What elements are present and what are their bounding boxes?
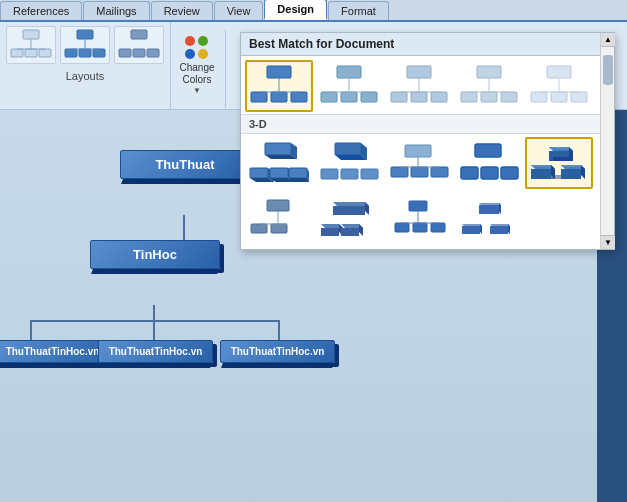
svg-rect-2 [25,49,37,57]
tab-references[interactable]: References [0,1,82,20]
leaf3-label: ThuThuatTinHoc.vn [224,346,331,357]
svg-rect-111 [479,205,499,214]
svg-rect-36 [481,92,497,102]
level2-node[interactable]: TinHoc [90,240,220,274]
svg-marker-113 [462,224,482,226]
leaf1-label: ThuThuatTinHoc.vn [0,346,106,357]
svg-rect-3 [39,49,51,57]
svg-rect-19 [291,92,307,102]
svg-rect-24 [341,92,357,102]
svg-rect-0 [23,30,39,39]
layout-thumb-3[interactable] [114,26,164,64]
svg-marker-87 [531,165,551,167]
svg-rect-31 [431,92,447,102]
svg-rect-49 [250,168,268,178]
dropdown-arrow-icon: ▼ [193,86,201,95]
root-label: ThuThuat [125,157,245,172]
svg-rect-63 [361,169,378,179]
svg-rect-99 [321,228,339,236]
scroll-down-button[interactable]: ▼ [601,235,615,249]
svg-rect-64 [405,145,431,157]
svg-rect-67 [431,167,448,177]
style-item-2[interactable] [315,60,383,112]
leaf2-node[interactable]: ThuThuatTinHoc.vn [98,340,213,368]
level2-label: TinHoc [95,247,215,262]
connector-horizontal [30,320,280,322]
svg-rect-29 [391,92,407,102]
ribbon-tabs: References Mailings Review View Design F… [0,0,627,22]
svg-rect-7 [65,49,77,57]
svg-rect-102 [341,228,359,236]
svg-rect-23 [321,92,337,102]
3d-style-3[interactable] [385,137,453,189]
svg-marker-116 [490,224,510,226]
svg-rect-6 [77,30,93,39]
3d-flat-1[interactable] [245,193,313,245]
svg-marker-115 [480,224,482,234]
svg-rect-9 [93,49,105,57]
svg-rect-62 [341,169,358,179]
svg-rect-35 [461,92,477,102]
best-match-grid [241,56,614,114]
svg-rect-15 [147,49,159,57]
3d-flat-3[interactable] [385,193,453,245]
leaf2-label: ThuThuatTinHoc.vn [102,346,209,357]
tab-review[interactable]: Review [151,1,213,20]
leaf1-node[interactable]: ThuThuatTinHoc.vn [0,340,110,368]
svg-rect-55 [289,168,307,178]
svg-rect-43 [571,92,587,102]
style-item-5[interactable] [525,60,593,112]
svg-rect-66 [411,167,428,177]
change-colors-button[interactable]: ChangeColors ▼ [171,30,226,109]
3d-grid-row1 [241,134,614,191]
svg-rect-96 [333,206,365,215]
svg-rect-73 [501,167,518,179]
tab-view[interactable]: View [214,1,264,20]
svg-rect-28 [407,66,431,78]
svg-rect-8 [79,49,91,57]
leaf3-node[interactable]: ThuThuatTinHoc.vn [220,340,335,368]
svg-rect-12 [131,30,147,39]
svg-marker-88 [561,165,581,167]
3d-flat-2[interactable] [315,193,383,245]
root-node[interactable]: ThuThuat [120,150,250,184]
3d-flat-4[interactable] [455,193,523,245]
tab-mailings[interactable]: Mailings [83,1,149,20]
layout-thumb-2[interactable] [60,26,110,64]
style-dropdown-panel: Best Match for Document [240,32,615,250]
scroll-up-button[interactable]: ▲ [601,33,615,47]
connector-leaf3 [278,320,280,342]
3d-style-1[interactable] [245,137,313,189]
svg-rect-61 [321,169,338,179]
svg-rect-25 [361,92,377,102]
svg-rect-92 [271,224,287,233]
svg-rect-1 [11,49,23,57]
3d-style-5[interactable] [525,137,593,189]
svg-rect-106 [413,223,427,232]
tab-format[interactable]: Format [328,1,389,20]
3d-style-2[interactable] [315,137,383,189]
style-item-1[interactable] [245,60,313,112]
style-item-3[interactable] [385,60,453,112]
layout-thumb-1[interactable] [6,26,56,64]
svg-rect-22 [337,66,361,78]
style-item-4[interactable] [455,60,523,112]
svg-rect-30 [411,92,427,102]
svg-marker-103 [359,224,363,236]
svg-rect-105 [395,223,409,232]
svg-rect-71 [461,167,478,179]
svg-marker-86 [581,165,585,179]
svg-marker-57 [289,178,309,182]
svg-marker-118 [508,224,510,234]
svg-rect-16 [267,66,291,78]
svg-rect-42 [551,92,567,102]
layouts-grid [6,26,164,64]
connector-leaf1 [30,320,32,342]
svg-marker-77 [553,157,573,161]
svg-rect-90 [267,200,289,211]
tab-design[interactable]: Design [264,0,327,20]
svg-marker-112 [499,203,501,214]
3d-style-4[interactable] [455,137,523,189]
svg-rect-52 [270,168,288,178]
svg-rect-117 [490,226,508,234]
